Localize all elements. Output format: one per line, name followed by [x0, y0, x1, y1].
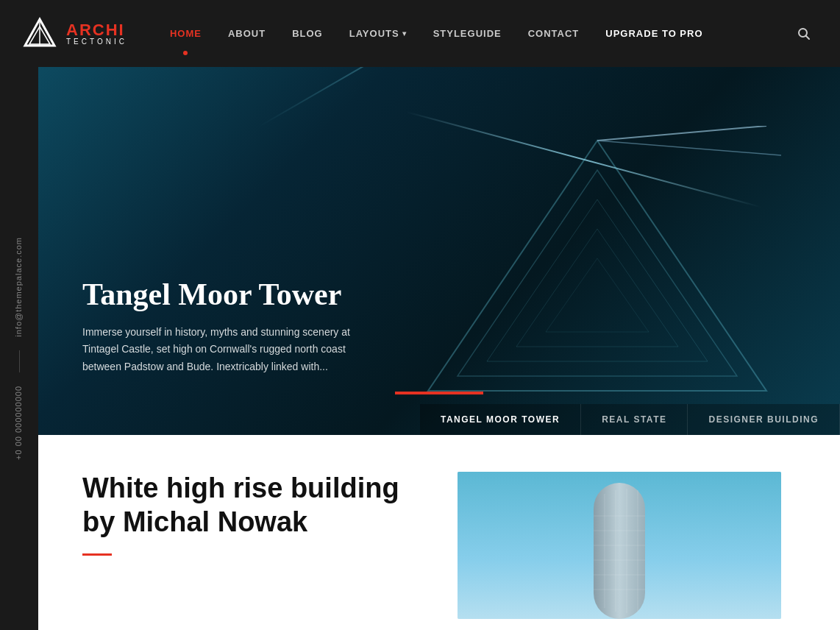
hero-content: Tangel Moor Tower Immerse yourself in hi… [82, 277, 362, 376]
svg-marker-5 [428, 141, 766, 391]
chevron-down-icon: ▾ [402, 29, 407, 38]
hero-tab-realstate[interactable]: REAL STATE [581, 404, 688, 435]
article-title: White high rise building by Michal Nowak [82, 472, 413, 539]
svg-line-11 [597, 141, 781, 155]
logo-brand: ARCHI [66, 22, 127, 38]
slider-dot-active [395, 392, 483, 394]
svg-marker-6 [458, 170, 737, 376]
svg-line-10 [597, 126, 766, 141]
sidebar-email: info@themepalace.com [13, 230, 24, 344]
content-right [458, 472, 781, 619]
svg-marker-7 [487, 199, 708, 361]
logo-icon [22, 16, 57, 52]
hero-triangles [413, 126, 781, 406]
main-content: White high rise building by Michal Nowak [38, 435, 840, 630]
svg-line-4 [806, 35, 810, 39]
nav-home[interactable]: HOME [157, 0, 215, 67]
logo-text: ARCHI TECTONIC [66, 22, 127, 46]
svg-rect-13 [594, 483, 645, 619]
content-left: White high rise building by Michal Nowak [82, 472, 413, 570]
hero-section: Tangel Moor Tower Immerse yourself in hi… [38, 67, 840, 435]
main-nav: HOME ABOUT BLOG LAYOUTS ▾ STYLEGUIDE CON… [157, 0, 790, 67]
title-divider [82, 553, 112, 556]
nav-styleguide[interactable]: STYLEGUIDE [420, 0, 515, 67]
nav-upgrade[interactable]: UPGRADE TO PRO [592, 0, 716, 67]
header: ARCHI TECTONIC HOME ABOUT BLOG LAYOUTS ▾… [0, 0, 840, 67]
nav-blog[interactable]: BLOG [279, 0, 336, 67]
hero-title: Tangel Moor Tower [82, 277, 362, 311]
hero-description: Immerse yourself in history, myths and s… [82, 324, 362, 376]
svg-marker-8 [516, 229, 678, 347]
logo[interactable]: ARCHI TECTONIC [22, 16, 127, 52]
hero-tab-tangel[interactable]: TANGEL MOOR TOWER [420, 404, 581, 435]
nav-about[interactable]: ABOUT [215, 0, 279, 67]
search-icon [797, 27, 811, 40]
slider-indicator [395, 392, 483, 394]
hero-geometry [38, 67, 840, 435]
sidebar-phone: +0 00 000000000 [13, 378, 24, 467]
search-button[interactable] [790, 0, 818, 67]
geo-line-1 [259, 67, 642, 127]
logo-sub: TECTONIC [66, 38, 127, 46]
hero-tab-designer[interactable]: DESIGNER BUILDING [688, 404, 840, 435]
hero-tabs: TANGEL MOOR TOWER REAL STATE DESIGNER BU… [420, 404, 840, 435]
nav-layouts[interactable]: LAYOUTS ▾ [336, 0, 420, 67]
svg-marker-9 [546, 258, 649, 332]
sidebar: info@themepalace.com +0 00 000000000 [0, 67, 38, 630]
building-image [458, 472, 781, 619]
sidebar-divider [19, 350, 20, 372]
building-svg [458, 472, 781, 619]
nav-contact[interactable]: CONTACT [515, 0, 593, 67]
